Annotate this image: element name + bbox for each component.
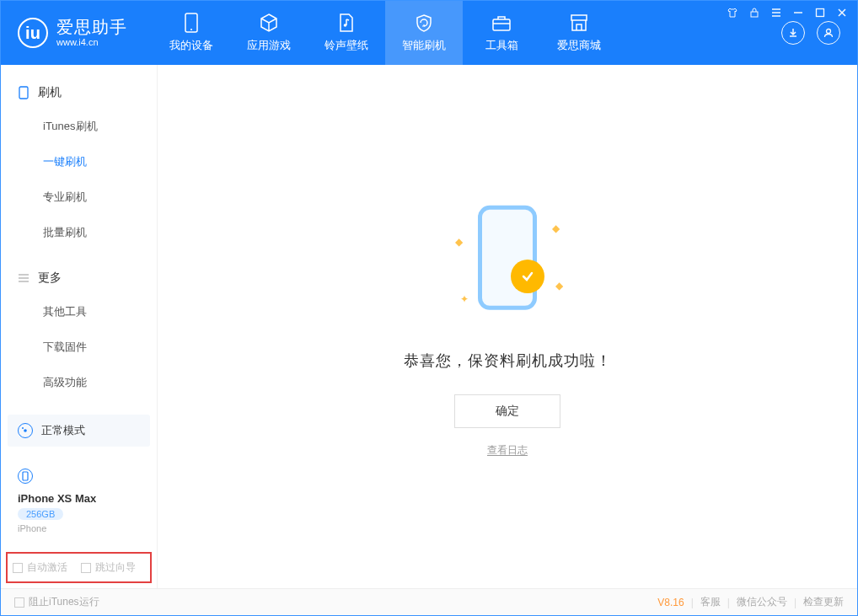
device-phone-icon <box>18 469 33 484</box>
confirm-button[interactable]: 确定 <box>454 394 560 428</box>
tab-label: 铃声壁纸 <box>324 38 368 53</box>
mode-icon <box>18 423 33 438</box>
checkbox-prevent-itunes[interactable]: 阻止iTunes运行 <box>14 595 99 609</box>
nav-item-batch-flash[interactable]: 批量刷机 <box>1 215 157 250</box>
body: 刷机 iTunes刷机 一键刷机 专业刷机 批量刷机 更多 其他工具 <box>1 65 857 588</box>
tab-label: 工具箱 <box>485 38 518 53</box>
window-controls <box>726 6 849 19</box>
tab-label: 我的设备 <box>169 38 213 53</box>
device-card[interactable]: iPhone XS Max 256GB iPhone <box>8 460 150 542</box>
view-log-link[interactable]: 查看日志 <box>487 443 528 458</box>
device-icon <box>181 13 201 33</box>
app-window: iu 爱思助手 www.i4.cn 我的设备 应用游戏 <box>0 0 858 616</box>
sparkle-icon: ◆ <box>555 280 563 292</box>
svg-point-1 <box>190 29 192 30</box>
svg-point-8 <box>24 429 27 432</box>
nav-item-advanced[interactable]: 高级功能 <box>1 365 157 400</box>
download-button[interactable] <box>781 21 805 45</box>
nav-item-onekey-flash[interactable]: 一键刷机 <box>1 144 157 179</box>
app-logo-icon: iu <box>18 18 48 48</box>
tab-ringtone-wallpaper[interactable]: 铃声壁纸 <box>308 1 385 65</box>
phone-illustration-icon <box>478 206 537 310</box>
app-domain: www.i4.cn <box>56 37 127 48</box>
device-storage: 256GB <box>18 508 63 520</box>
mode-card[interactable]: 正常模式 <box>8 415 150 447</box>
tab-label: 爱思商城 <box>557 38 601 53</box>
mode-label: 正常模式 <box>41 423 85 438</box>
close-button[interactable] <box>835 6 849 19</box>
footer-left: 阻止iTunes运行 <box>14 595 99 609</box>
options-highlight-box: 自动激活 跳过向导 <box>6 552 152 583</box>
main-content: ◆ ◆ ✦ ◆ 恭喜您，保资料刷机成功啦！ 确定 查看日志 <box>158 65 857 588</box>
header: iu 爱思助手 www.i4.cn 我的设备 应用游戏 <box>1 1 857 65</box>
divider: | <box>727 597 730 608</box>
svg-rect-10 <box>23 472 28 480</box>
svg-rect-7 <box>19 87 28 99</box>
nav-header-label: 刷机 <box>38 85 62 100</box>
nav-section-more: 更多 其他工具 下载固件 高级功能 <box>1 250 157 400</box>
tab-label: 智能刷机 <box>402 38 446 53</box>
success-illustration: ◆ ◆ ✦ ◆ <box>432 196 583 330</box>
device-name: iPhone XS Max <box>18 492 96 505</box>
menu-icon[interactable] <box>770 6 783 19</box>
footer-link-customer-service[interactable]: 客服 <box>700 595 721 609</box>
toolbox-icon <box>491 13 512 33</box>
tab-toolbox[interactable]: 工具箱 <box>463 1 540 65</box>
device-info: iPhone XS Max 256GB iPhone <box>18 492 96 533</box>
tab-my-device[interactable]: 我的设备 <box>153 1 230 65</box>
nav-item-download-firmware[interactable]: 下载固件 <box>1 329 157 365</box>
check-badge-icon <box>511 260 544 293</box>
footer-link-wechat[interactable]: 微信公众号 <box>737 595 787 609</box>
checkbox-auto-activate[interactable]: 自动激活 <box>13 560 67 575</box>
nav-item-itunes-flash[interactable]: iTunes刷机 <box>1 109 157 144</box>
tab-smart-flash[interactable]: 智能刷机 <box>385 1 463 65</box>
phone-icon <box>18 87 29 99</box>
success-message: 恭喜您，保资料刷机成功啦！ <box>404 351 612 371</box>
svg-point-2 <box>344 24 347 27</box>
footer-right: V8.16 | 客服 | 微信公众号 | 检查更新 <box>657 595 844 609</box>
shirt-icon[interactable] <box>726 6 739 19</box>
svg-point-4 <box>827 29 831 34</box>
store-icon <box>569 13 589 33</box>
checkbox-icon <box>81 563 91 573</box>
music-file-icon <box>336 13 357 33</box>
tab-apps-games[interactable]: 应用游戏 <box>230 1 308 65</box>
lock-icon[interactable] <box>748 6 761 19</box>
svg-point-9 <box>22 427 24 429</box>
nav-item-pro-flash[interactable]: 专业刷机 <box>1 179 157 215</box>
sparkle-icon: ◆ <box>455 236 463 248</box>
nav-section-flash: 刷机 iTunes刷机 一键刷机 专业刷机 批量刷机 <box>1 65 157 250</box>
cube-icon <box>259 13 279 33</box>
sparkle-icon: ◆ <box>552 222 560 234</box>
version-label: V8.16 <box>657 597 684 608</box>
nav-header-flash[interactable]: 刷机 <box>1 77 157 109</box>
maximize-button[interactable] <box>813 6 827 19</box>
checkbox-icon <box>13 563 23 573</box>
svg-rect-3 <box>493 19 510 30</box>
checkbox-label: 阻止iTunes运行 <box>29 595 99 609</box>
minimize-button[interactable] <box>791 6 805 19</box>
divider: | <box>794 597 796 608</box>
svg-rect-6 <box>817 9 824 17</box>
tab-label: 应用游戏 <box>247 38 291 53</box>
checkbox-label: 自动激活 <box>27 560 67 575</box>
divider: | <box>691 597 694 608</box>
checkbox-skip-guide[interactable]: 跳过向导 <box>81 560 136 575</box>
footer: 阻止iTunes运行 V8.16 | 客服 | 微信公众号 | 检查更新 <box>1 588 857 615</box>
logo-area: iu 爱思助手 www.i4.cn <box>1 1 153 65</box>
footer-link-check-update[interactable]: 检查更新 <box>803 595 844 609</box>
list-icon <box>18 272 29 284</box>
sidebar: 刷机 iTunes刷机 一键刷机 专业刷机 批量刷机 更多 其他工具 <box>1 65 158 588</box>
nav-header-more[interactable]: 更多 <box>1 262 157 294</box>
user-button[interactable] <box>817 21 840 45</box>
svg-rect-5 <box>751 12 758 17</box>
nav-header-label: 更多 <box>38 271 62 286</box>
tab-store[interactable]: 爱思商城 <box>540 1 618 65</box>
refresh-shield-icon <box>414 13 434 33</box>
app-name: 爱思助手 <box>56 18 127 37</box>
nav-item-other-tools[interactable]: 其他工具 <box>1 294 157 329</box>
logo-text: 爱思助手 www.i4.cn <box>56 18 127 48</box>
checkbox-label: 跳过向导 <box>95 560 136 575</box>
sparkle-icon: ✦ <box>460 293 469 305</box>
checkbox-icon <box>14 597 24 608</box>
